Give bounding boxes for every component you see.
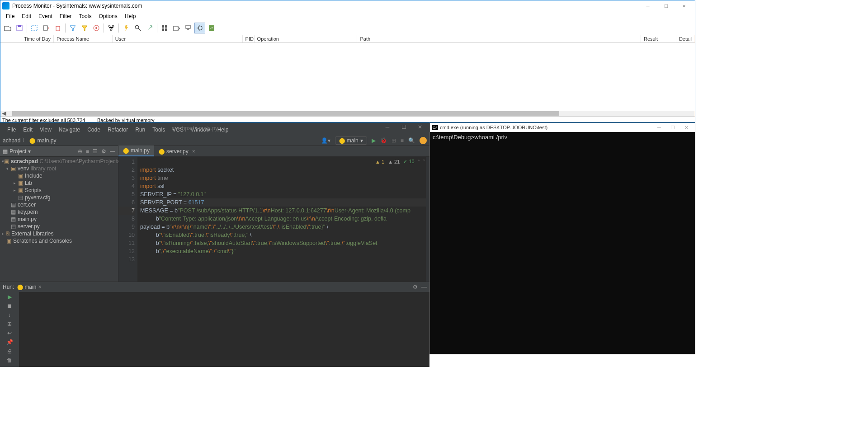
stop-icon[interactable]: ⏹ (7, 303, 12, 309)
cmd-titlebar[interactable]: C:\ cmd.exe (running as DESKTOP-JOORUNO\… (430, 123, 695, 132)
trash-icon[interactable]: 🗑 (7, 357, 12, 363)
tree-main[interactable]: main.py (18, 216, 37, 222)
tree-venv[interactable]: venv (18, 165, 29, 172)
col-path[interactable]: Path (357, 35, 641, 42)
chevron-up-icon[interactable]: ˆ (418, 159, 420, 165)
stop-icon[interactable]: ■ (401, 137, 404, 144)
col-operation[interactable]: Operation (255, 35, 358, 42)
maximize-icon[interactable]: ☐ (666, 125, 679, 131)
expand-icon[interactable]: ≡ (86, 148, 89, 155)
procmon-hscroll[interactable]: ◄ (0, 111, 695, 116)
chevron-down-icon[interactable]: ˇ (423, 159, 425, 165)
minimize-icon[interactable]: ─ (652, 125, 666, 131)
hide-icon[interactable]: — (110, 148, 115, 155)
tab-server[interactable]: ⬤server.py× (154, 146, 200, 156)
jump-icon[interactable] (144, 23, 155, 33)
col-detail[interactable]: Detail (676, 35, 695, 42)
soft-wrap-icon[interactable]: ↩ (7, 330, 12, 336)
minimize-icon[interactable]: ─ (381, 124, 394, 130)
menu-navigate[interactable]: Navigate (56, 127, 83, 133)
maximize-icon[interactable]: ☐ (397, 124, 410, 130)
tree-icon[interactable] (106, 23, 117, 33)
run-button-icon[interactable]: ▶ (372, 137, 376, 144)
menu-help[interactable]: Help (121, 12, 140, 20)
menu-run[interactable]: Run (132, 127, 148, 133)
debug-button-icon[interactable]: 🐞 (380, 137, 387, 144)
run-tab-label[interactable]: main (24, 284, 36, 290)
close-tab-icon[interactable]: × (192, 148, 195, 155)
tree-scripts[interactable]: Scripts (25, 187, 42, 193)
clear-icon[interactable] (52, 23, 63, 33)
profiling-icon[interactable] (206, 23, 217, 33)
minimize-icon[interactable]: ─ (639, 1, 657, 10)
gear-icon[interactable]: ⚙ (413, 284, 418, 290)
close-run-tab-icon[interactable]: × (38, 284, 41, 290)
layout-icon[interactable]: ⊞ (7, 321, 12, 327)
menu-filter[interactable]: Filter (56, 12, 75, 20)
inspection-widget[interactable]: ▲ 1 ▲ 21 ✓ 10 ˆ ˇ (375, 159, 425, 165)
add-user-icon[interactable]: 👤▾ (321, 137, 330, 144)
run-header[interactable]: Run: ⬤ main × ⚙— (0, 282, 429, 292)
tree-pyvenv[interactable]: pyvenv.cfg (25, 194, 50, 201)
menu-view[interactable]: View (37, 127, 54, 133)
highlight-icon[interactable] (79, 23, 90, 33)
procmon-eventlist[interactable] (0, 43, 695, 111)
open-icon[interactable] (2, 23, 13, 33)
menu-event[interactable]: Event (35, 12, 56, 20)
cmd-terminal[interactable]: c:\temp\Debug>whoami /priv (430, 132, 695, 142)
menu-file[interactable]: File (2, 12, 18, 20)
tree-key[interactable]: key.pem (18, 209, 38, 215)
menu-options[interactable]: Options (95, 12, 121, 20)
menu-refactor[interactable]: Refactor (105, 127, 131, 133)
hide-icon[interactable]: — (421, 284, 427, 290)
tree-scratches[interactable]: Scratches and Consoles (13, 238, 72, 244)
tab-main[interactable]: ⬤main.py (118, 146, 154, 156)
gear-icon[interactable]: ⚙ (101, 148, 106, 155)
tree-include[interactable]: Include (25, 173, 42, 179)
search-icon[interactable]: 🔍 (408, 137, 415, 144)
maximize-icon[interactable]: ☐ (657, 1, 675, 10)
tree-root[interactable]: scrachpad (11, 158, 38, 165)
target-icon[interactable] (91, 23, 102, 33)
ide-update-icon[interactable] (420, 137, 427, 144)
print-icon[interactable]: 🖨 (7, 348, 12, 354)
menu-edit[interactable]: Edit (20, 127, 35, 133)
code-content[interactable]: import socketimport timeimport sslSERVER… (137, 157, 426, 282)
col-time[interactable]: Time of Day (0, 35, 54, 42)
collapse-icon[interactable]: ☰ (93, 148, 98, 155)
down-icon[interactable]: ↓ (8, 312, 11, 318)
error-badge[interactable]: ▲ 1 (375, 159, 384, 165)
col-user[interactable]: User (113, 35, 243, 42)
col-pid[interactable]: PID (243, 35, 255, 42)
capture-icon[interactable] (29, 23, 40, 33)
col-result[interactable]: Result (641, 35, 676, 42)
tree-server[interactable]: server.py (18, 223, 40, 230)
coverage-icon[interactable]: ⊞ (392, 137, 396, 144)
rerun-icon[interactable]: ▶ (8, 294, 12, 300)
code-area[interactable]: ▲ 1 ▲ 21 ✓ 10 ˆ ˇ 12345678910111213 impo… (118, 157, 429, 282)
close-icon[interactable]: ✕ (675, 1, 693, 10)
close-icon[interactable]: ✕ (413, 124, 427, 130)
menu-code[interactable]: Code (85, 127, 103, 133)
tree-lib[interactable]: Lib (25, 180, 32, 186)
autoscroll-icon[interactable] (41, 23, 52, 33)
procmon-titlebar[interactable]: Process Monitor - Sysinternals: www.sysi… (0, 0, 695, 11)
project-tree[interactable]: ▾▣scrachpad C:\Users\Tomer\PycharmProjec… (0, 157, 118, 245)
menu-file[interactable]: File (5, 127, 19, 133)
run-output[interactable] (19, 292, 429, 367)
menu-edit[interactable]: Edit (18, 12, 35, 20)
typo-badge[interactable]: ✓ 10 (403, 159, 414, 165)
pin-icon[interactable]: 📌 (6, 339, 13, 345)
tree-external-libraries[interactable]: External Libraries (11, 230, 53, 237)
project-tool-header[interactable]: ▦Project▾ ⊕ ≡ ☰ ⚙ — (0, 146, 118, 157)
menu-tools[interactable]: Tools (75, 12, 95, 20)
registry-icon[interactable] (159, 23, 170, 33)
locate-icon[interactable]: ⊕ (78, 148, 82, 155)
filesystem-icon[interactable] (171, 23, 182, 33)
tree-cert[interactable]: cert.cer (18, 202, 36, 208)
save-icon[interactable] (14, 23, 25, 33)
filter-icon[interactable] (67, 23, 78, 33)
breadcrumb-root[interactable]: achpad (3, 137, 20, 144)
col-procname[interactable]: Process Name (54, 35, 113, 42)
event-icon[interactable] (121, 23, 132, 33)
